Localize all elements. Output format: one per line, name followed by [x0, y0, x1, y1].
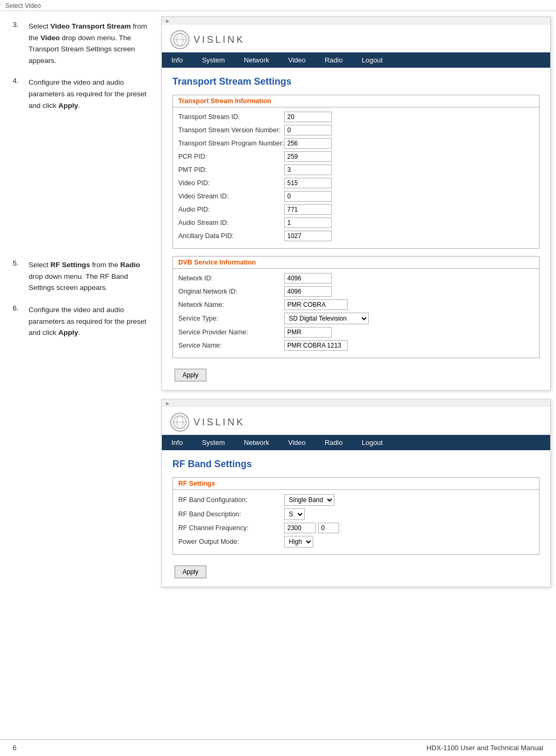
orig-network-id-input[interactable]: [284, 286, 332, 297]
ts-id-row: Transport Stream ID:: [178, 112, 534, 122]
power-output-select[interactable]: High Low: [284, 536, 313, 548]
screen2-apply-button[interactable]: Apply: [175, 566, 206, 578]
step-5-number: 5.: [13, 259, 24, 294]
rf-settings-section: RF Settings RF Band Configuration: Singl…: [172, 477, 540, 555]
ts-id-input[interactable]: [284, 112, 332, 122]
rf-band-desc-select[interactable]: S: [284, 508, 305, 520]
power-output-row: Power Output Mode: High Low: [178, 536, 534, 548]
ts-program-input[interactable]: [284, 138, 332, 149]
screen2-nav-radio[interactable]: Radio: [315, 435, 352, 450]
video-pid-row: Video PID:: [178, 178, 534, 188]
rf-freq-main-input[interactable]: [284, 523, 316, 533]
right-column: ► VISLINK: [161, 11, 556, 739]
pcr-pid-label: PCR PID:: [178, 153, 284, 160]
step-4-text: Configure the video and audio parameters…: [29, 77, 152, 111]
top-bar: Select Video: [0, 0, 556, 11]
screen2-nav-info[interactable]: Info: [162, 435, 193, 450]
screen1-nav-info[interactable]: Info: [162, 52, 193, 68]
screen1-logo-area: VISLINK: [162, 25, 550, 52]
screen1-apply-button[interactable]: Apply: [175, 369, 206, 381]
service-provider-label: Service Provider Name:: [178, 329, 284, 336]
ancillary-pid-input[interactable]: [284, 231, 332, 241]
transport-stream-header: Transport Stream Information: [173, 95, 539, 107]
ts-id-label: Transport Stream ID:: [178, 113, 284, 121]
screenshot-rf-settings: ► VISLINK: [161, 399, 551, 587]
screen2-content: RF Band Settings RF Settings RF Band Con…: [162, 450, 550, 587]
pmt-pid-row: PMT PID:: [178, 165, 534, 175]
screen1-logo-circle: [170, 30, 189, 49]
screen1-logo-svg: [172, 32, 187, 47]
rf-freq-sub-input[interactable]: [318, 523, 339, 533]
ts-version-row: Transport Stream Version Number:: [178, 125, 534, 135]
ancillary-pid-label: Ancillary Data PID:: [178, 232, 284, 240]
rf-channel-freq-row: RF Channel Frequency:: [178, 523, 534, 533]
page-footer: 6 HDX-1100 User and Technical Manual: [0, 739, 556, 756]
audio-pid-label: Audio PID:: [178, 206, 284, 213]
screen1-nav-video[interactable]: Video: [279, 52, 315, 68]
video-pid-input[interactable]: [284, 178, 332, 188]
audio-stream-id-row: Audio Stream ID:: [178, 217, 534, 228]
screen2-logo-area: VISLINK: [162, 407, 550, 435]
pcr-pid-input[interactable]: [284, 151, 332, 162]
screen2-nav-logout[interactable]: Logout: [352, 435, 393, 450]
rf-band-config-label: RF Band Configuration:: [178, 496, 284, 504]
ts-version-label: Transport Stream Version Number:: [178, 126, 284, 134]
screen2-nav-video[interactable]: Video: [279, 435, 315, 450]
screen1-nav-system[interactable]: System: [193, 52, 234, 68]
step-4-number: 4.: [13, 77, 24, 111]
screen2-title: RF Band Settings: [172, 459, 540, 470]
step-6-text: Configure the video and audio parameters…: [29, 304, 152, 339]
footer-page-number: 6: [13, 744, 16, 752]
screen2-nav-network[interactable]: Network: [234, 435, 279, 450]
screen1-nav-bar: Info System Network Video Radio Logout: [162, 52, 550, 68]
rf-band-config-select[interactable]: Single Band: [284, 494, 334, 506]
ts-version-input[interactable]: [284, 125, 332, 135]
audio-pid-row: Audio PID:: [178, 204, 534, 215]
screen2-nav-system[interactable]: System: [193, 435, 234, 450]
rf-band-config-row: RF Band Configuration: Single Band: [178, 494, 534, 506]
step-6: 6. Configure the video and audio paramet…: [13, 304, 152, 339]
cursor-indicator: ►: [162, 17, 550, 25]
left-column: 3. Select Video Transport Stream from th…: [0, 11, 161, 739]
screen2-logo-svg: [172, 415, 187, 430]
power-output-label: Power Output Mode:: [178, 538, 284, 545]
service-name-label: Service Name:: [178, 342, 284, 349]
audio-stream-id-input[interactable]: [284, 217, 332, 228]
service-name-input[interactable]: [284, 340, 348, 351]
screen1-nav-network[interactable]: Network: [234, 52, 279, 68]
ancillary-pid-row: Ancillary Data PID:: [178, 231, 534, 241]
video-stream-id-row: Video Stream ID:: [178, 191, 534, 202]
orig-network-id-row: Original Network ID:: [178, 286, 534, 297]
screen1-vislink-logo: VISLINK: [170, 30, 245, 49]
service-type-label: Service Type:: [178, 315, 284, 322]
video-pid-label: Video PID:: [178, 179, 284, 187]
audio-stream-id-label: Audio Stream ID:: [178, 219, 284, 226]
steps-list: 3. Select Video Transport Stream from th…: [13, 21, 152, 339]
ts-program-row: Transport Stream Program Number:: [178, 138, 534, 149]
step-6-number: 6.: [13, 304, 24, 339]
step-5-text: Select RF Settings from the Radio drop d…: [29, 259, 152, 294]
screenshot-transport-stream: ► VISLINK: [161, 16, 551, 390]
network-id-input[interactable]: [284, 273, 332, 284]
screen2-logo-text: VISLINK: [194, 417, 245, 428]
video-stream-id-input[interactable]: [284, 191, 332, 202]
rf-channel-freq-label: RF Channel Frequency:: [178, 524, 284, 532]
dvb-service-body: Network ID: Original Network ID: Network…: [173, 269, 539, 358]
screen2-nav-bar: Info System Network Video Radio Logout: [162, 435, 550, 450]
rf-band-desc-label: RF Band Description:: [178, 511, 284, 518]
screen1-nav-logout[interactable]: Logout: [352, 52, 393, 68]
pcr-pid-row: PCR PID:: [178, 151, 534, 162]
service-type-select[interactable]: SD Digital Television: [284, 313, 369, 324]
pmt-pid-input[interactable]: [284, 165, 332, 175]
ts-program-label: Transport Stream Program Number:: [178, 140, 284, 147]
service-provider-input[interactable]: [284, 327, 332, 338]
network-name-input[interactable]: [284, 299, 348, 310]
screen1-nav-radio[interactable]: Radio: [315, 52, 352, 68]
audio-pid-input[interactable]: [284, 204, 332, 215]
rf-settings-body: RF Band Configuration: Single Band RF Ba…: [173, 490, 539, 554]
transport-stream-body: Transport Stream ID: Transport Stream Ve…: [173, 107, 539, 248]
cursor2-arrow-icon: ►: [165, 400, 170, 406]
step-3-text: Select Video Transport Stream from the V…: [29, 21, 152, 66]
step-4: 4. Configure the video and audio paramet…: [13, 77, 152, 111]
network-id-label: Network ID:: [178, 275, 284, 282]
